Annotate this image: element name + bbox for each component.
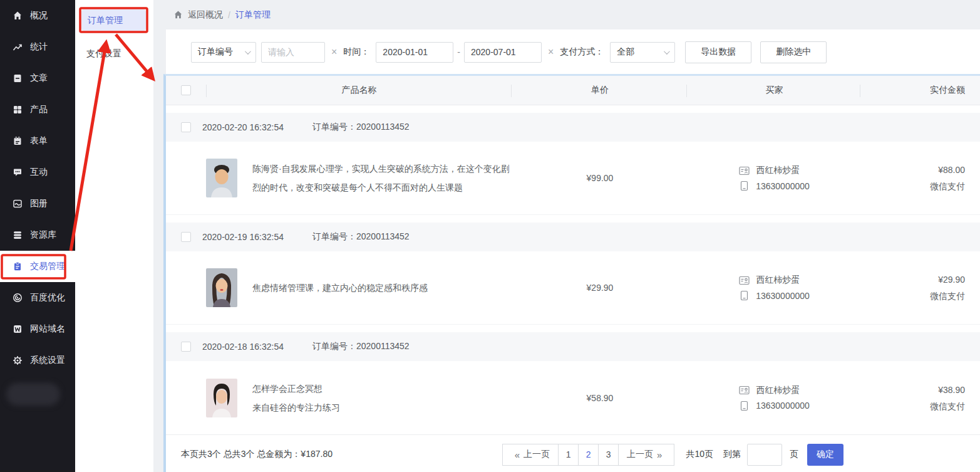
keyword-input[interactable] (261, 42, 325, 63)
filter-toolbar: 订单编号 × 时间： - × 支付方式： 全部 导出数据 删除选中 (166, 29, 980, 75)
sidebar-item-domain[interactable]: 网站域名 (0, 313, 75, 345)
goto-page-unit: 页 (790, 449, 798, 460)
date-to-input[interactable] (464, 42, 542, 63)
next-page-button[interactable]: 上一页 » (618, 444, 674, 466)
id-card-icon (739, 276, 750, 285)
column-header-buyer: 买家 (688, 85, 861, 96)
pay-method-select[interactable]: 全部 (610, 42, 675, 63)
stats-icon (13, 42, 23, 52)
buyer-info: 西红柿炒蛋 13630000000 (739, 385, 810, 411)
sidebar-item-label: 系统设置 (30, 355, 65, 366)
sidebar-item-resources[interactable]: 资源库 (0, 219, 75, 251)
clear-keyword-icon[interactable]: × (331, 46, 337, 58)
order-checkbox[interactable] (181, 122, 191, 132)
primary-sidebar: 概况 统计 文章 产品 表单 互动 图册 资源库 (0, 0, 75, 472)
search-field-select[interactable]: 订单编号 (191, 42, 256, 63)
buyer-name: 西红柿炒蛋 (756, 385, 800, 396)
paid-amount: ¥38.90 (861, 382, 965, 398)
order-group: 2020-02-18 16:32:54 订单编号：20200113452 怎样学… (166, 332, 980, 434)
order-amount: ¥38.90 微信支付 (861, 382, 980, 414)
order-amount: ¥88.00 微信支付 (861, 162, 980, 194)
phone-icon (739, 181, 750, 191)
column-header-product: 产品名称 (206, 85, 512, 96)
goto-page-label: 到第 (723, 449, 741, 460)
submenu-item-order-management[interactable]: 订单管理 (81, 9, 146, 31)
baidu-icon (13, 293, 23, 303)
buyer-phone: 13630000000 (756, 291, 810, 301)
id-card-icon (739, 385, 750, 395)
product-avatar (206, 268, 237, 307)
column-divider (860, 85, 860, 97)
date-from-input[interactable] (376, 42, 453, 63)
chat-icon (13, 167, 23, 177)
sidebar-item-albums[interactable]: 图册 (0, 188, 75, 219)
sidebar-footer-redacted (6, 383, 60, 406)
sidebar-item-label: 互动 (30, 167, 48, 178)
buyer-info: 西红柿炒蛋 13630000000 (739, 275, 810, 301)
product-title: 怎样学会正念冥想 来自硅谷的专注力练习 (252, 379, 340, 417)
sidebar-item-products[interactable]: 产品 (0, 94, 75, 125)
order-checkbox[interactable] (181, 232, 191, 242)
column-divider (206, 85, 207, 97)
sidebar-item-interaction[interactable]: 互动 (0, 157, 75, 188)
pay-method: 微信支付 (861, 178, 965, 194)
column-header-amount: 实付金额 (861, 85, 980, 96)
secondary-sidebar: 订单管理 支付设置 (75, 0, 153, 472)
select-all-checkbox[interactable] (181, 85, 191, 95)
pagination: « 上一页 1 2 3 上一页 » 共10页 到第 页 确定 (502, 444, 843, 466)
page-number-1[interactable]: 1 (558, 444, 579, 466)
sidebar-item-label: 交易管理 (30, 261, 65, 272)
order-checkbox[interactable] (181, 342, 191, 352)
product-title: 焦虑情绪管理课，建立内心的稳定感和秩序感 (252, 278, 428, 297)
export-data-button[interactable]: 导出数据 (685, 41, 751, 63)
sidebar-item-label: 表单 (30, 135, 48, 147)
phone-icon (739, 401, 750, 411)
breadcrumb-home-icon (173, 10, 183, 19)
order-unit-price: ¥58.90 (512, 393, 688, 403)
sidebar-item-label: 统计 (30, 41, 48, 53)
product-avatar (206, 379, 237, 417)
search-field-value: 订单编号 (198, 46, 233, 58)
prev-page-button[interactable]: « 上一页 (502, 444, 559, 466)
buyer-phone: 13630000000 (756, 401, 810, 411)
sidebar-item-label: 网站域名 (30, 323, 65, 335)
pay-method-value: 全部 (617, 46, 634, 58)
order-row: 焦虑情绪管理课，建立内心的稳定感和秩序感 ¥29.90 西红柿炒蛋 136300… (166, 251, 980, 325)
buyer-info: 西红柿炒蛋 13630000000 (739, 165, 810, 191)
sidebar-item-trade-management[interactable]: 交易管理 (0, 251, 75, 282)
order-group: 2020-02-19 16:32:54 订单编号：20200113452 焦虑情… (166, 223, 980, 325)
product-title: 陈海贤·自我发展心理学，实现人生突破的系统方法，在这个变化剧烈的时代，改变和突破… (252, 159, 510, 197)
page-number-3[interactable]: 3 (598, 444, 619, 466)
order-date: 2020-02-18 16:32:54 (202, 342, 284, 352)
confirm-page-button[interactable]: 确定 (807, 444, 843, 466)
breadcrumb: 返回概况 / 订单管理 (153, 0, 980, 29)
sidebar-item-system-settings[interactable]: 系统设置 (0, 345, 75, 376)
page-number-2-current[interactable]: 2 (578, 444, 599, 466)
chevron-down-icon (245, 48, 251, 55)
sidebar-item-overview[interactable]: 概况 (0, 0, 75, 31)
clear-date-icon[interactable]: × (548, 46, 554, 58)
delete-selected-button[interactable]: 删除选中 (760, 41, 827, 63)
settings-icon (13, 355, 23, 365)
paid-amount: ¥29.90 (861, 271, 965, 288)
time-filter-label: 时间： (343, 46, 369, 58)
trade-icon (13, 261, 23, 271)
pay-method-label: 支付方式： (560, 46, 604, 58)
double-chevron-right-icon: » (657, 449, 662, 460)
sidebar-item-baidu-seo[interactable]: 百度优化 (0, 282, 75, 313)
page-summary: 本页共3个 总共3个 总金额为：¥187.80 (181, 449, 333, 460)
order-unit-price: ¥29.90 (512, 283, 688, 293)
breadcrumb-back-link[interactable]: 返回概况 (188, 9, 223, 21)
paid-amount: ¥88.00 (861, 162, 965, 178)
phone-icon (739, 290, 750, 301)
sidebar-item-stats[interactable]: 统计 (0, 31, 75, 63)
sidebar-item-forms[interactable]: 表单 (0, 125, 75, 157)
order-number: 订单编号：20200113452 (312, 231, 410, 243)
submenu-item-payment-settings[interactable]: 支付设置 (86, 48, 153, 60)
sidebar-item-label: 文章 (30, 73, 48, 84)
column-header-price: 单价 (512, 85, 688, 96)
column-divider (686, 85, 687, 97)
goto-page-input[interactable] (747, 444, 782, 466)
sidebar-item-articles[interactable]: 文章 (0, 63, 75, 94)
buyer-phone: 13630000000 (756, 181, 810, 191)
